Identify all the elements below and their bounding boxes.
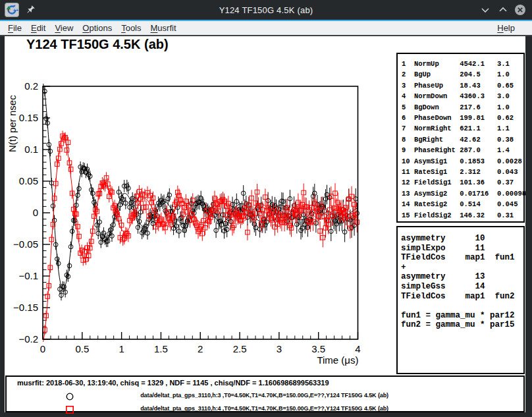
parameter-row: 4 NormDown 4360.3 3.0 [402, 91, 523, 101]
pin-icon[interactable] [25, 5, 36, 15]
y-tick-label: 0.05 [19, 175, 38, 186]
theory-line: fun1 = gamma_mu * par12 [401, 311, 523, 321]
legend-entry: data/deltat_pta_gps_3110,h:3 ,T0=4.50K,T… [7, 390, 523, 403]
y-tick-label: −0.2 [18, 333, 38, 345]
x-tick-label: 2 [198, 343, 203, 354]
x-tick-label: 1.5 [154, 343, 168, 354]
minimize-button chevron-down-icon[interactable] [479, 4, 491, 16]
theory-line: asymmetry 10 [401, 234, 523, 244]
parameter-row: 8 BgRight 42.62 0.38 [402, 134, 523, 145]
y-tick-label: 0.15 [19, 112, 38, 123]
menu-item-options[interactable]: Options [82, 23, 112, 33]
titlebar: Y124 TF150G 4.5K (ab) ++ [0, 0, 532, 20]
legend-label: data/deltat_pta_gps_3110,h:3 ,T0=4.50K,T… [140, 392, 388, 399]
parameter-row: 12 FieldSig1 101.36 0.37 [402, 177, 523, 188]
theory-line: TFieldCos map1 fun1 [401, 253, 523, 263]
fit-statistics-line: musrfit: 2018-06-30, 13:19:40, chisq = 1… [17, 379, 329, 387]
parameter-row: 6 PhaseDown 199.81 0.62 [402, 113, 523, 123]
x-tick-label: 3.5 [311, 343, 325, 354]
plot-area[interactable]: 0.20.150.10.050−0.05−0.1−0.15−0.200.511.… [5, 36, 395, 375]
legend-square-icon [65, 404, 75, 415]
x-tick-label: 0.5 [75, 343, 89, 354]
application-window: Y124 TF150G 4.5K (ab) ++ [0, 0, 532, 417]
menu-item-help[interactable]: Help [497, 23, 515, 33]
x-axis-title: Time (μs) [317, 354, 358, 366]
parameter-row: 7 NormRight 621.1 1.1 [402, 123, 523, 134]
parameter-row: 1 NormUp 4542.1 3.1 [402, 59, 523, 69]
x-tick-label: 2.5 [233, 343, 247, 354]
menu-items-left: FileEditViewOptionsToolsMusrfit [8, 23, 186, 33]
y-axis-title: N(t) per nsec [7, 95, 18, 152]
parameter-row: 5 BgDown 217.6 1.0 [402, 102, 523, 113]
x-tick-label: 3 [277, 343, 282, 354]
close-button close-icon[interactable] [514, 4, 526, 16]
parameter-row: 15 FieldSig2 146.32 0.31 [402, 210, 523, 221]
theory-line: fun2 = gamma_mu * par15 [401, 320, 523, 330]
y-tick-label: −0.05 [13, 238, 38, 250]
data-series-square [41, 131, 359, 353]
theory-line: TFieldCos map1 fun2 [401, 292, 523, 302]
x-tick-label: 0 [40, 343, 45, 354]
parameter-row: 11 RateSig1 2.312 0.043 [402, 167, 523, 177]
parameter-row: 3 PhaseUp 18.43 0.65 [402, 80, 523, 91]
legend-entry: data/deltat_pta_gps_3110,h:4 ,T0=4.50K,T… [7, 403, 523, 416]
y-tick-label: 0.2 [24, 80, 38, 92]
legend-circle-icon [65, 391, 75, 402]
theory-line: simplExpo 11 [401, 244, 523, 254]
window-title: Y124 TF150G 4.5K (ab) [0, 5, 532, 15]
menu-item-edit[interactable]: Edit [31, 23, 45, 33]
parameter-row: 9 PhaseRight 287.0 1.4 [402, 145, 523, 155]
y-tick-label: −0.15 [13, 302, 38, 313]
legend-label: data/deltat_pta_gps_3110,h:4 ,T0=4.50K,T… [140, 405, 388, 412]
x-tick-label: 1 [119, 343, 124, 354]
fit-parameters-panel: 1 NormUp 4542.1 3.12 BgUp 204.5 1.03 Pha… [396, 53, 525, 223]
menu-item-file[interactable]: File [8, 23, 22, 33]
parameter-row: 10 AsymSig1 0.1853 0.0028 [402, 156, 523, 167]
parameter-row: 2 BgUp 204.5 1.0 [402, 69, 523, 80]
theory-line [401, 301, 523, 311]
maximize-button chevron-up-icon[interactable] [497, 4, 509, 16]
data-series-circle [41, 73, 359, 300]
theory-line: + [401, 263, 523, 273]
parameter-row: 13 AsymSig2 0.01716 0.00098 [402, 188, 523, 199]
svg-text:++: ++ [13, 8, 18, 13]
theory-line: simpleGss 14 [401, 282, 523, 292]
menubar: FileEditViewOptionsToolsMusrfit Help [0, 21, 532, 36]
root-app-icon[interactable]: ++ [5, 3, 19, 17]
x-tick-label: 4 [355, 343, 360, 354]
menu-item-musrfit[interactable]: Musrfit [151, 23, 176, 33]
fit-info-panel: musrfit: 2018-06-30, 13:19:40, chisq = 1… [5, 375, 525, 412]
theory-panel: asymmetry 10simplExpo 11TFieldCos map1 f… [396, 226, 525, 374]
theory-line: asymmetry 13 [401, 272, 523, 282]
menu-item-tools[interactable]: Tools [121, 23, 141, 33]
menu-items-right: Help [497, 23, 524, 33]
parameter-row: 14 RateSig2 0.514 0.045 [402, 199, 523, 209]
y-tick-label: 0 [33, 207, 38, 218]
root-canvas: Y124 TF150G 4.5K (ab) 0.20.150.10.050−0.… [5, 36, 525, 412]
menu-item-view[interactable]: View [55, 23, 73, 33]
y-tick-label: 0.1 [24, 144, 38, 155]
y-tick-label: −0.1 [18, 270, 38, 281]
